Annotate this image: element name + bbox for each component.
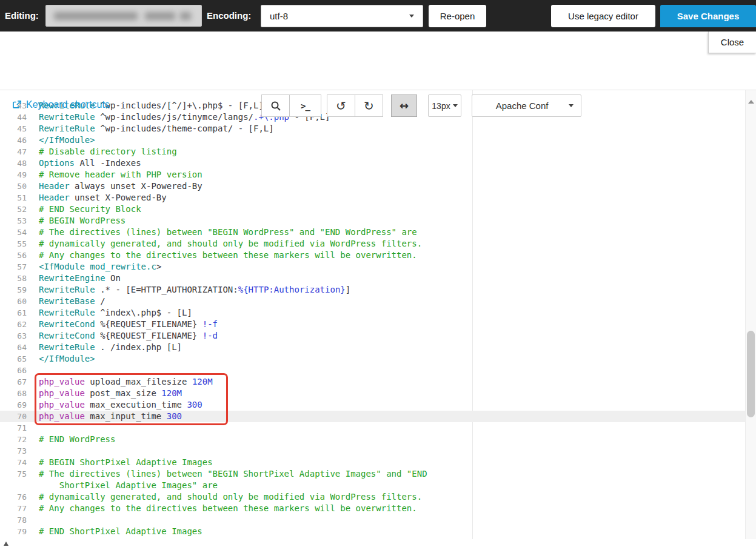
line-number: 78 [0, 514, 27, 526]
code-row[interactable]: 64RewriteRule . /index.php [L] [0, 342, 745, 353]
code-row[interactable]: 53# BEGIN WordPress [0, 215, 745, 227]
line-number: 72 [0, 434, 27, 445]
line-number: 52 [0, 204, 27, 215]
code-row[interactable]: 57<IfModule mod_rewrite.c> [0, 261, 745, 273]
reopen-button[interactable]: Re-open [429, 5, 486, 27]
code-row[interactable]: 62RewriteCond %{REQUEST_FILENAME} !-f [0, 319, 745, 330]
code-row[interactable]: 61RewriteRule ^index\.php$ - [L] [0, 307, 745, 319]
code-line-text: # dynamically generated, and should only… [39, 492, 422, 502]
code-line-text: php_value max_execution_time 300 [39, 400, 202, 409]
redacted-text-blur [180, 12, 191, 20]
line-number: 51 [0, 192, 27, 204]
line-number: 76 [0, 491, 27, 503]
line-number: 59 [0, 284, 27, 296]
code-lines[interactable]: 43RewriteRule ^wp-includes/[^/]+\.php$ -… [0, 90, 745, 537]
code-row[interactable]: 55# dynamically generated, and should on… [0, 238, 745, 250]
chevron-down-icon [409, 15, 414, 18]
keyboard-shortcuts-label: Keyboard shortcuts [26, 99, 110, 110]
line-number: 56 [0, 250, 27, 261]
code-line-text: # Any changes to the directives between … [39, 503, 417, 513]
code-row[interactable]: 70php_value max_input_time 300 [0, 411, 745, 422]
code-line-text: RewriteRule ^index\.php$ - [L] [39, 308, 192, 317]
word-wrap-toggle-button[interactable]: ↔ [391, 94, 417, 117]
keyboard-shortcuts-link[interactable]: Keyboard shortcuts [12, 99, 110, 110]
code-row[interactable]: 51Header unset X-Powered-By [0, 192, 745, 204]
code-row[interactable]: 77# Any changes to the directives betwee… [0, 503, 745, 514]
terminal-icon: >_ [301, 101, 310, 111]
code-row[interactable]: 49# Remove header with PHP version [0, 169, 745, 181]
undo-button[interactable]: ↺ [327, 94, 355, 117]
code-row[interactable]: 50Header always unset X-Powered-By [0, 181, 745, 192]
line-number: 75 [0, 468, 27, 480]
code-row[interactable]: 63RewriteCond %{REQUEST_FILENAME} !-d [0, 330, 745, 342]
code-row[interactable]: ShortPixel Adaptive Images" are [0, 480, 745, 491]
code-row[interactable]: 46</IfModule> [0, 134, 745, 146]
legacy-editor-button[interactable]: Use legacy editor [551, 5, 655, 27]
code-row[interactable]: 56# Any changes to the directives betwee… [0, 250, 745, 261]
code-row[interactable]: 72# END WordPress [0, 434, 745, 445]
encoding-select[interactable]: utf-8 [261, 5, 423, 27]
editor-toolbar: Keyboard shortcuts >_ ↺ ↻ ↔ 13px Apache … [0, 31, 756, 90]
code-line-text: php_value max_input_time 300 [39, 411, 182, 421]
scrollbar-thumb[interactable] [747, 331, 755, 417]
code-line-text: # Any changes to the directives between … [39, 250, 417, 260]
code-row[interactable]: 45RewriteRule ^wp-includes/theme-compat/… [0, 123, 745, 134]
line-number: 55 [0, 238, 27, 250]
search-icon [270, 101, 281, 111]
code-row[interactable]: 74# BEGIN ShortPixel Adaptive Images [0, 457, 745, 468]
code-row[interactable]: 60RewriteBase / [0, 296, 745, 307]
encoding-label: Encoding: [207, 0, 251, 31]
save-changes-button[interactable]: Save Changes [660, 5, 756, 27]
code-row[interactable]: 75# The directives (lines) between "BEGI… [0, 468, 745, 480]
code-line-text: RewriteBase / [39, 296, 105, 306]
code-line-text: RewriteCond %{REQUEST_FILENAME} !-f [39, 319, 218, 329]
code-line-text: </IfModule> [39, 354, 95, 363]
code-row[interactable]: 59RewriteRule .* - [E=HTTP_AUTHORIZATION… [0, 284, 745, 296]
line-number: 47 [0, 146, 27, 157]
filename-input-redacted[interactable] [45, 5, 202, 27]
code-line-text: # Remove header with PHP version [39, 170, 202, 179]
code-line-text: php_value post_max_size 120M [39, 388, 182, 398]
search-button[interactable] [261, 94, 290, 117]
code-row[interactable]: 66 [0, 365, 745, 376]
code-row[interactable]: 69php_value max_execution_time 300 [0, 399, 745, 411]
code-row[interactable]: 76# dynamically generated, and should on… [0, 491, 745, 503]
line-number: 58 [0, 273, 27, 284]
code-line-text: <IfModule mod_rewrite.c> [39, 262, 161, 271]
chevron-down-icon [569, 104, 574, 107]
code-line-text: Header always unset X-Powered-By [39, 181, 202, 191]
code-row[interactable]: 65</IfModule> [0, 353, 745, 365]
code-row[interactable]: 58RewriteEngine On [0, 273, 745, 284]
code-line-text: # END Security Block [39, 204, 141, 214]
font-size-select[interactable]: 13px [428, 94, 461, 117]
code-row[interactable]: 71 [0, 422, 745, 434]
code-editor[interactable]: 43RewriteRule ^wp-includes/[^/]+\.php$ -… [0, 90, 745, 539]
line-number: 74 [0, 457, 27, 468]
line-number: 71 [0, 422, 27, 434]
syntax-mode-select[interactable]: Apache Conf [472, 94, 581, 117]
code-line-text: RewriteRule ^wp-includes/theme-compat/ -… [39, 124, 274, 133]
line-number: 46 [0, 134, 27, 146]
code-line-text: </IfModule> [39, 135, 95, 145]
code-row[interactable]: 54# The directives (lines) between "BEGI… [0, 227, 745, 238]
code-row[interactable]: 67php_value upload_max_filesize 120M [0, 376, 745, 388]
vertical-scrollbar[interactable] [745, 90, 756, 539]
code-line-text: ShortPixel Adaptive Images" are [39, 480, 218, 490]
scroll-up-arrow-icon[interactable] [748, 100, 754, 104]
line-number: 69 [0, 399, 27, 411]
line-number: 63 [0, 330, 27, 342]
code-line-text: RewriteRule .* - [E=HTTP_AUTHORIZATION:%… [39, 285, 350, 294]
terminal-button[interactable]: >_ [289, 94, 321, 117]
redo-button[interactable]: ↻ [355, 94, 383, 117]
code-row[interactable]: 47# Disable directory listing [0, 146, 745, 157]
code-row[interactable]: 52# END Security Block [0, 204, 745, 215]
scroll-corner-icon [4, 542, 8, 546]
code-row[interactable]: 68php_value post_max_size 120M [0, 388, 745, 399]
code-row[interactable]: 48Options All -Indexes [0, 157, 745, 169]
code-row[interactable]: 73 [0, 445, 745, 457]
line-number: 70 [0, 411, 27, 422]
code-row[interactable]: 79# END ShortPixel Adaptive Images [0, 526, 745, 537]
close-button[interactable]: Close [708, 31, 756, 53]
line-number: 77 [0, 503, 27, 514]
code-row[interactable]: 78 [0, 514, 745, 526]
